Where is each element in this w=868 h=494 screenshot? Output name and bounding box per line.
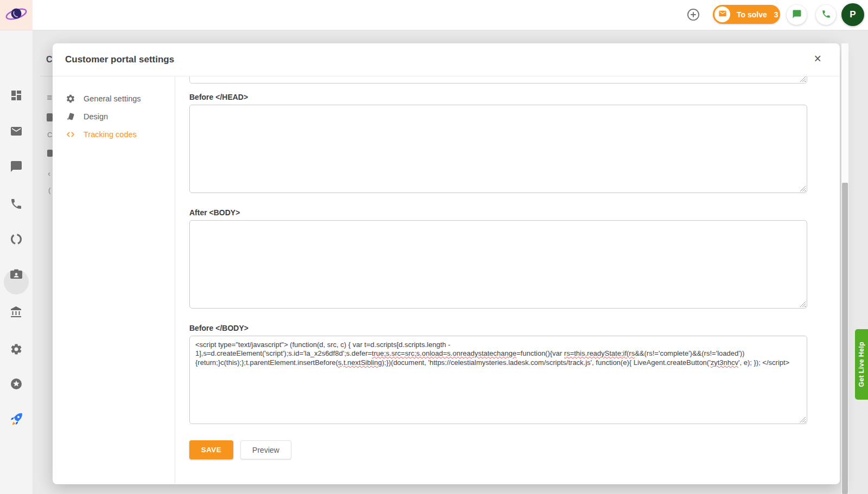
planet-logo-icon — [5, 4, 28, 26]
calls-icon[interactable] — [10, 197, 23, 210]
resize-grip-icon[interactable] — [800, 301, 806, 307]
scrolled-textarea-fragment — [189, 76, 807, 84]
modal-scrollbar-track[interactable] — [841, 43, 848, 494]
modal-body: General settings Design Tracking codes — [53, 76, 840, 484]
background-page-heading-fragment: C — [46, 55, 53, 65]
to-solve-count: 3 — [774, 10, 778, 19]
background-page-fragment: ≣ — [47, 93, 53, 101]
nav-item-design[interactable]: Design — [53, 107, 175, 125]
close-icon[interactable]: × — [812, 50, 824, 67]
user-avatar[interactable]: P — [841, 3, 864, 26]
button-row: SAVE Preview — [189, 440, 840, 459]
background-page-fragment: C — [47, 131, 52, 139]
background-page-divider — [40, 76, 53, 76]
gear-icon — [66, 94, 75, 104]
before-head-label: Before </HEAD> — [189, 93, 840, 101]
calls-button[interactable] — [816, 5, 836, 25]
app-sidebar — [0, 30, 33, 494]
before-head-textarea[interactable] — [189, 105, 807, 193]
nav-item-label: Tracking codes — [84, 130, 137, 139]
to-solve-envelope-badge — [714, 7, 730, 22]
get-live-help-label: Get Live Help — [858, 342, 865, 387]
after-body-textarea[interactable] — [189, 220, 807, 309]
data-usage-icon[interactable] — [10, 233, 23, 246]
avatar-initial: P — [850, 9, 856, 20]
background-page-fragment — [47, 150, 53, 157]
add-new-button[interactable] — [686, 8, 700, 22]
customer-portal-settings-modal: Customer portal settings × General setti… — [53, 43, 840, 484]
resize-grip-icon[interactable] — [800, 185, 806, 191]
after-body-label: After <BODY> — [189, 208, 840, 217]
chat-bubble-icon — [792, 9, 802, 21]
resize-grip-icon[interactable] — [800, 416, 806, 422]
background-page-fragment — [47, 113, 53, 121]
phone-icon — [821, 9, 831, 21]
resize-grip-icon[interactable] — [800, 76, 806, 82]
save-button[interactable]: SAVE — [189, 440, 233, 459]
chat-icon[interactable] — [10, 160, 23, 173]
app-logo[interactable] — [0, 0, 33, 30]
nav-item-label: Design — [84, 112, 108, 121]
background-page-fragment: ‹ — [48, 169, 50, 178]
nav-item-label: General settings — [84, 94, 141, 103]
to-solve-button[interactable]: To solve 3 — [713, 5, 780, 24]
code-icon — [66, 130, 75, 139]
get-live-help-button[interactable]: Get Live Help — [855, 329, 868, 400]
modal-title: Customer portal settings — [65, 54, 174, 65]
nav-item-tracking-codes[interactable]: Tracking codes — [53, 125, 175, 143]
preview-button[interactable]: Preview — [240, 440, 291, 459]
style-card-icon — [66, 112, 75, 121]
tracking-codes-panel: Before </HEAD> After <BODY> Before </BOD… — [175, 76, 840, 484]
background-page-fragment: ( — [48, 186, 50, 194]
plus-circle-icon — [686, 14, 700, 23]
rocket-icon[interactable] — [10, 412, 23, 425]
before-body-textarea[interactable]: <script type="text/javascript"> (functio… — [189, 336, 807, 424]
mail-icon[interactable] — [10, 125, 23, 138]
nav-item-general-settings[interactable]: General settings — [53, 89, 175, 107]
star-icon[interactable] — [10, 377, 23, 390]
chats-button[interactable] — [787, 5, 807, 25]
settings-gear-icon[interactable] — [10, 343, 23, 356]
modal-header: Customer portal settings × — [53, 43, 840, 76]
contacts-icon[interactable] — [10, 268, 23, 281]
portal-bank-icon[interactable] — [10, 306, 23, 319]
topbar: To solve 3 P — [0, 0, 868, 30]
modal-nav: General settings Design Tracking codes — [53, 76, 175, 484]
dashboard-icon[interactable] — [10, 89, 23, 102]
modal-scrollbar-thumb[interactable] — [842, 183, 848, 494]
to-solve-label: To solve — [737, 10, 767, 19]
envelope-icon — [718, 9, 727, 20]
before-body-label: Before </BODY> — [189, 324, 840, 332]
